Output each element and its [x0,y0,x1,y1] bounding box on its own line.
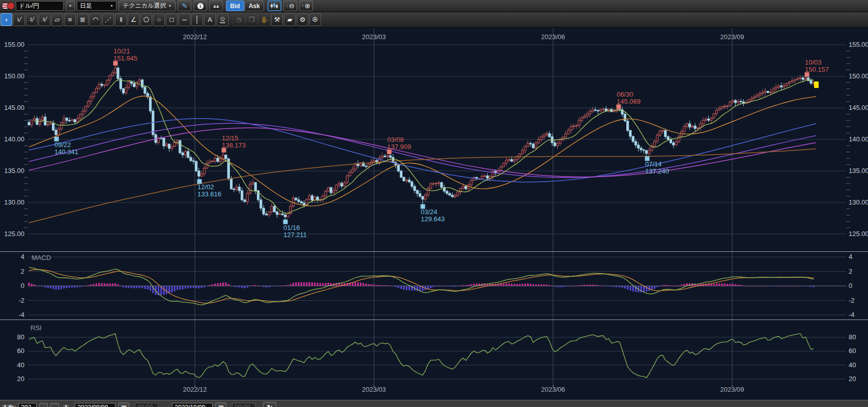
svg-text:145.069: 145.069 [617,98,641,105]
ruler-tool-icon: ▱ [55,16,60,23]
trendline-2-tool-icon: 2╱ [30,17,34,22]
svg-text:127.211: 127.211 [283,231,307,239]
vertical-line-tool-icon: │ [195,16,199,23]
circle-tool[interactable]: ○ [153,13,165,26]
svg-text:125.00: 125.00 [4,230,24,238]
timeframe-label: 日足 [80,2,92,10]
hand-tool-icon: ✋ [260,16,268,23]
svg-text:09/22: 09/22 [54,141,71,149]
svg-text:130.00: 130.00 [849,198,868,206]
crosshair-tool[interactable]: ＋ [1,13,12,26]
wrench-tool-icon: ⚒ [274,16,280,23]
svg-text:-2: -2 [849,297,855,304]
icon-stamp-tool-sublabel: icon [220,21,225,24]
bar-count-decrease-button[interactable]: ▼ [39,403,48,407]
fibonacci-arc-tool[interactable]: ◠ [90,13,101,26]
svg-text:130.00: 130.00 [4,198,24,206]
multi-horizontal-lines-tool[interactable]: ≣ [77,13,89,26]
bar-count-increase-button[interactable]: ▲ [50,403,59,407]
fibonacci-fan-tool-icon: ⋰ [105,16,111,23]
date-from-input[interactable]: 2022/09/09 [75,403,115,407]
text-tool[interactable]: A [204,13,216,26]
calendar-to-button[interactable]: ▦ [215,402,226,407]
bid-button[interactable]: Bid [226,1,244,11]
candle-chart-button[interactable] [268,1,281,11]
time-from-input: 00:00 [135,403,158,407]
chevron-down-icon: ▼ [168,4,171,8]
technical-select-button[interactable]: テクニカル選択 ▼ [119,1,176,11]
reload-button[interactable]: ↻ [263,402,276,407]
trendline-1-tool-icon: 1╱ [17,17,21,22]
bar-count-unit: 本 [63,403,69,407]
eraser-tool[interactable]: ▰ [284,13,296,26]
draw-mode-button[interactable]: ✎ [178,1,191,11]
eraser-tool-icon: ▰ [287,16,293,23]
svg-text:40: 40 [17,361,24,369]
pair-dropdown-button[interactable]: ▼ [66,1,75,11]
svg-text:133.616: 133.616 [197,190,221,198]
svg-text:2: 2 [21,268,24,275]
rectangle-tool-icon: □ [170,16,174,23]
time-to-input: 00:00 [232,403,255,407]
up-arrow-icon: ↑ [302,4,304,8]
svg-text:2023/06: 2023/06 [541,386,565,393]
hand-tool[interactable]: ✋ [258,13,270,26]
area-chart-button[interactable]: ▲▲ [209,1,223,11]
angle-line-tool-icon: ∠ [131,16,137,23]
svg-text:2023/03: 2023/03 [362,386,386,393]
fibonacci-fan-tool[interactable]: ⋰ [102,13,114,26]
svg-text:RSI: RSI [31,324,42,332]
parallel-lines-tool[interactable]: ≡ [64,13,76,26]
svg-text:2023/09: 2023/09 [720,386,744,393]
info-icon: i [197,3,204,9]
circle-tool-icon: ○ [157,16,161,23]
svg-text:0: 0 [849,282,852,289]
horizontal-line-tool[interactable]: ─ [179,13,190,26]
reload-icon: ↻ [267,403,273,407]
polygon-tool[interactable]: ⬠ [140,13,152,26]
rectangle-tool[interactable]: □ [166,13,178,26]
link-tool[interactable]: ✇ [309,13,321,26]
copy-tool[interactable]: ❐ [246,13,257,26]
svg-text:MACD: MACD [32,254,51,261]
trendline-2-tool[interactable]: 2╱ [26,13,38,26]
calendar-from-button[interactable]: ▦ [118,402,129,407]
calendar-icon: ▦ [121,404,127,407]
history-tool[interactable]: ◷ [233,13,245,26]
zoom-out-button[interactable]: ↓ ⊖ [283,1,297,11]
svg-text:80: 80 [17,333,24,341]
icon-stamp-tool[interactable]: ☺icon [217,13,228,26]
vertical-line-tool[interactable]: │ [191,13,203,26]
svg-text:-4: -4 [849,311,855,318]
svg-text:2023/03: 2023/03 [362,33,386,41]
trendline-1-tool[interactable]: 1╱ [13,13,25,26]
pair-select[interactable]: ドル/円 [16,1,64,11]
svg-text:2: 2 [849,268,852,275]
settings-tool-icon: ⚙ [300,16,306,23]
ruler-tool[interactable]: ▱ [51,13,63,26]
svg-text:150.00: 150.00 [849,72,868,80]
svg-text:12/02: 12/02 [197,183,214,191]
svg-text:2023/09: 2023/09 [720,33,744,41]
chart-application: 2022/122022/122023/032023/032023/062023/… [0,0,868,407]
bar-count-input[interactable]: 292 [18,403,37,407]
chart-canvas[interactable]: 2022/122022/122023/032023/032023/062023/… [0,0,868,407]
trendline-3-tool[interactable]: 3╱ [39,13,50,26]
timeframe-select[interactable]: 日足 ▼ [77,1,117,11]
vertical-lines-tool[interactable]: ||| [115,13,127,26]
svg-text:140.00: 140.00 [849,135,868,143]
chevron-down-icon: ▼ [110,4,113,8]
ask-button[interactable]: Ask [245,1,264,11]
japan-flag-icon [7,2,15,10]
svg-text:2023/06: 2023/06 [541,33,565,41]
svg-text:40: 40 [849,361,856,369]
wrench-tool[interactable]: ⚒ [271,13,283,26]
settings-tool[interactable]: ⚙ [297,13,308,26]
zoom-in-button[interactable]: ↑ ⊕ [299,1,313,11]
angle-line-tool[interactable]: ∠ [128,13,139,26]
date-to-input[interactable]: 2023/10/09 [172,403,213,407]
info-button[interactable]: i [193,1,207,11]
multi-horizontal-lines-tool-icon: ≣ [80,16,85,23]
vertical-lines-tool-icon: ||| [120,17,122,22]
svg-text:135.00: 135.00 [4,167,24,175]
